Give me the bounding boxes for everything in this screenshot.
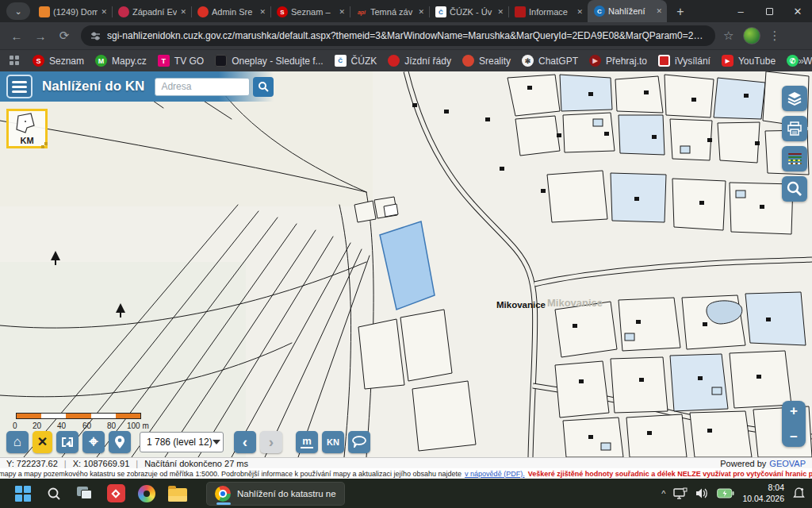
bookmark-sreality[interactable]: Sreality [457,52,516,69]
history-back-button[interactable]: ‹ [234,431,256,453]
help-pdf-link[interactable]: v nápovědě (PDF). [465,470,525,478]
zoom-out-button[interactable]: − [790,430,798,444]
bookmark-star-icon[interactable]: ☆ [723,29,733,43]
back-button[interactable]: ← [6,25,27,46]
bookmark-youtube[interactable]: ▶YouTube [716,52,781,69]
map-viewport: Mikovanice Mikovanice Nahlížení do KN KM [0,71,812,457]
magnifier-icon [786,180,803,198]
bookmark-label: WhatsApp [803,56,812,67]
tab-close-icon[interactable]: ✕ [180,8,186,16]
home-button[interactable]: ⌂ [6,431,29,453]
start-button[interactable] [13,483,33,504]
bookmark-ivysilani[interactable]: iVysílání [653,52,716,69]
locate-target-button[interactable]: ⌖ [82,431,105,453]
location-pin-button[interactable] [109,431,131,453]
legend-icon [788,153,802,155]
bookmark-prehrajto[interactable]: ▶Přehraj.to [584,52,653,69]
bookmark-label: Jízdní řády [404,56,451,67]
tab-favicon: C [594,6,605,17]
legend-button[interactable] [782,146,807,171]
mapy-icon: M [95,55,107,67]
browser-tab-active[interactable]: C Nahlížení ✕ [588,0,667,22]
restore-button[interactable] [755,0,783,22]
rect-select-button[interactable] [56,431,79,453]
site-info-icon[interactable] [90,31,101,41]
battery-charging-icon[interactable] [717,488,734,498]
history-forward-button[interactable]: › [260,431,282,453]
paint-app-button[interactable] [136,483,157,504]
window-controls: – ✕ [726,0,812,22]
disclaimer-warning: Veškeré zjištěné hodnoty souřadnic a dél… [528,470,812,478]
address-bar[interactable]: sgi-nahlizenidokn.cuzk.gov.cz/marushka/d… [81,25,715,46]
browser-tab-2[interactable]: Admin Sre ✕ [191,2,270,22]
tab-close-icon[interactable]: ✕ [497,8,504,16]
scale-select-value: 1 786 (level 12) [147,437,213,448]
profile-avatar[interactable] [743,27,760,44]
lasso-select-button[interactable] [348,431,370,453]
address-search-input[interactable] [155,78,250,96]
kn-info-button[interactable]: KN [322,431,344,453]
bookmark-label: ChatGPT [538,56,578,67]
overview-resize-handle[interactable] [41,142,48,148]
taskbar-search-button[interactable] [44,483,64,504]
notification-bell-icon[interactable] [792,487,806,500]
tab-title: ČÚZK - Úv [450,7,494,17]
bookmarks-overflow-icon[interactable]: » [799,55,804,67]
zoom-in-button[interactable]: + [790,404,798,418]
browser-menu-icon[interactable]: ⋮ [768,29,781,43]
tab-close-icon[interactable]: ✕ [339,8,345,16]
bookmark-label: Seznam [49,56,84,67]
browser-tab-5[interactable]: Č ČÚZK - Úv ✕ [429,2,508,22]
tab-close-icon[interactable]: ✕ [576,8,583,16]
apps-grid-icon[interactable] [10,56,19,67]
browser-tab-1[interactable]: Západní Ev ✕ [112,2,191,22]
clock[interactable]: 8:04 10.04.2026 [742,483,784,504]
tray-chevron-icon[interactable]: ^ [661,489,665,498]
browser-tab-6[interactable]: Informace ✕ [508,2,588,22]
bookmark-whatsapp[interactable]: ✆WhatsApp [781,52,812,69]
bookmark-chatgpt[interactable]: ✻ChatGPT [516,52,584,69]
map-search-button[interactable] [782,176,807,202]
layers-button[interactable] [782,86,807,111]
bookmark-label: Přehraj.to [606,56,647,67]
task-view-button[interactable] [75,483,95,504]
powered-by-text: Powered by [720,459,766,468]
speaker-icon[interactable] [695,487,709,499]
file-explorer-button[interactable] [167,483,188,504]
minimize-button[interactable]: – [726,0,755,22]
bookmark-cuzk[interactable]: ČČÚZK [329,52,383,69]
bookmark-oneplay[interactable]: Oneplay - Sledujte f... [209,52,328,69]
bookmark-label: YouTube [738,56,776,67]
scale-select[interactable]: 1 786 (level 12) [140,432,224,452]
browser-tab-0[interactable]: (1249) Dom ✕ [33,2,112,22]
new-tab-button[interactable]: + [670,2,691,22]
search-button[interactable] [253,77,274,97]
tab-close-icon[interactable]: ✕ [259,8,266,16]
chevron-down-icon: ⌄ [14,6,21,17]
bookmark-jizdnirady[interactable]: Jízdní řády [382,52,457,69]
tab-close-icon[interactable]: ✕ [418,8,424,16]
tab-close-icon[interactable]: ✕ [101,8,107,16]
active-app-indicator [216,502,231,505]
network-icon[interactable] [673,487,688,500]
browser-tab-3[interactable]: S Seznam – ✕ [270,2,350,22]
bookmark-seznam[interactable]: SSeznam [27,52,90,69]
reload-button[interactable]: ⟳ [54,25,75,46]
browser-tab-4[interactable]: api Temná záv ✕ [350,2,429,22]
remote-app-button[interactable] [105,483,126,504]
prehrajto-icon: ▶ [589,55,601,67]
cadastral-map[interactable]: Mikovanice Mikovanice [0,71,812,457]
menu-hamburger-icon[interactable] [6,75,33,98]
bookmark-mapy[interactable]: MMapy.cz [90,52,152,69]
overview-map-box[interactable]: KM [6,109,48,148]
chrome-window-button[interactable]: Nahlížení do katastru ne [206,482,345,506]
bookmark-tvgo[interactable]: TTV GO [152,52,209,69]
forward-button[interactable]: → [30,25,51,46]
close-window-button[interactable]: ✕ [783,0,812,22]
measure-button[interactable]: m [296,431,318,453]
tab-close-icon[interactable]: ✕ [656,7,662,15]
cancel-selection-button[interactable]: ✕ [33,431,52,453]
geovap-link[interactable]: GEOVAP [769,459,806,468]
print-button[interactable] [782,116,807,141]
tab-search-button[interactable]: ⌄ [6,2,30,20]
